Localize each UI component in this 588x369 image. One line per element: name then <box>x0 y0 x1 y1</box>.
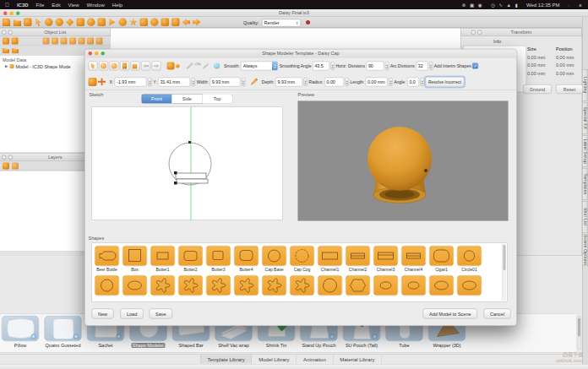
angle-field[interactable]: 0.0 <box>407 77 419 86</box>
tab-side[interactable]: Side <box>172 95 203 104</box>
menu-help[interactable]: Help <box>112 2 122 8</box>
reset-button[interactable]: Reset <box>556 84 583 94</box>
save-button[interactable]: Save <box>150 309 173 319</box>
select-icon[interactable] <box>35 19 43 27</box>
folder-open-icon[interactable] <box>12 47 19 54</box>
smooth-indicator-icon[interactable] <box>214 63 220 69</box>
shape-tile-butter4[interactable]: Butter4 <box>234 246 259 272</box>
shape-tile-cap-cog[interactable]: Cap Cog <box>290 246 314 272</box>
shape-tile-channel4[interactable]: Channel4 <box>401 246 426 272</box>
shape-tile-cigar1[interactable]: Cigar1 <box>429 246 454 272</box>
shape-tile-channel1[interactable]: Channel1 <box>318 246 342 272</box>
obj-tool-1-icon[interactable] <box>43 37 50 44</box>
new-button[interactable]: New <box>92 309 114 319</box>
horiz-divisions-field[interactable]: 90 <box>366 62 384 71</box>
load-button[interactable]: Load <box>121 309 144 319</box>
status-icons-system[interactable]: ◷ ∿ ▲ ▮ <box>491 2 519 8</box>
tab-material-library[interactable]: Material Library <box>333 355 382 363</box>
undo-icon[interactable] <box>182 19 191 27</box>
obj-tool-3-icon[interactable] <box>61 37 68 44</box>
menu-window[interactable]: Window <box>86 2 104 8</box>
text-icon[interactable] <box>140 19 149 27</box>
shape-tile-flower[interactable] <box>178 275 203 296</box>
shape-tile-butter2[interactable]: Butter2 <box>178 246 203 272</box>
shape-tile-ellipse[interactable] <box>429 275 454 296</box>
spotlight-icon[interactable]: ◌ <box>568 3 572 8</box>
obj-tool-6-icon[interactable] <box>87 37 94 44</box>
smoothing-angle-field[interactable]: 43.5 <box>313 62 329 71</box>
obj-tool-5-icon[interactable] <box>79 37 85 44</box>
record-indicator[interactable] <box>306 20 310 24</box>
shape-tile-box[interactable]: Box <box>122 246 147 272</box>
shape-tile-beer-bottle[interactable]: Beer Bottle <box>95 246 119 272</box>
smooth-select[interactable]: Always▲▼ <box>241 62 278 71</box>
tab-template-library[interactable]: Template Library <box>200 355 252 363</box>
ground-button[interactable]: Ground <box>523 84 552 94</box>
shape-tile-flower[interactable] <box>206 275 231 296</box>
mirror-icon[interactable] <box>108 19 117 27</box>
undo-icon[interactable] <box>141 62 150 71</box>
depth-field[interactable]: 9.93 mm <box>275 77 302 86</box>
template-scrollbar[interactable] <box>577 316 581 350</box>
remove-object-icon[interactable] <box>12 37 19 44</box>
shape-tile-butter3[interactable]: Butter3 <box>206 246 231 272</box>
menu-ic3d[interactable]: IC3D <box>17 2 29 8</box>
select-tool-icon[interactable] <box>89 62 98 71</box>
shape-tile-circle01[interactable]: Circle01 <box>457 246 482 272</box>
boolean-icon[interactable] <box>119 19 128 27</box>
orbit-icon[interactable] <box>87 19 95 27</box>
arc-icon[interactable] <box>194 62 201 69</box>
shape-tile-flower[interactable] <box>290 275 314 296</box>
obj-tool-2-icon[interactable] <box>52 37 58 44</box>
add-object-icon[interactable] <box>3 37 9 44</box>
save-icon[interactable] <box>24 19 32 27</box>
crop-icon[interactable] <box>98 19 106 27</box>
add-interim-checkbox[interactable]: ✓ <box>472 63 478 69</box>
tab-lighting[interactable]: Lighting <box>582 69 588 101</box>
tab-top[interactable]: Top <box>203 95 233 104</box>
menu-file[interactable]: File <box>36 2 45 8</box>
resolve-incorrect-button[interactable]: Resolve Incorrect <box>425 77 464 87</box>
add-layer-icon[interactable] <box>3 162 9 169</box>
folder-icon[interactable] <box>3 47 9 54</box>
hand-icon[interactable] <box>150 19 159 27</box>
shape-tile-butter1[interactable]: Butter1 <box>150 246 175 272</box>
shape-tile-cap-base[interactable]: Cap Base <box>262 246 286 272</box>
tab-templates[interactable]: Templates <box>582 168 588 200</box>
zoom-out-icon[interactable] <box>110 62 119 71</box>
shape-tile-ellipse2[interactable] <box>373 275 398 296</box>
sketch-canvas[interactable] <box>92 107 283 220</box>
add-shape-icon[interactable] <box>167 62 175 70</box>
x-field[interactable]: -1.93 mm <box>115 77 147 86</box>
length-field[interactable]: 0.00 mm <box>366 77 388 86</box>
status-icons-apps[interactable]: ⊛ ▣ ◉ <box>462 2 483 8</box>
brush-icon[interactable] <box>203 62 210 69</box>
remove-layer-icon[interactable] <box>12 162 19 169</box>
shape-tile-flower[interactable] <box>150 275 175 296</box>
paint-icon[interactable] <box>250 78 258 85</box>
redo-icon[interactable] <box>193 19 201 27</box>
template-thumb-quatro-gusseted[interactable]: Quatro Gusseted <box>45 316 82 349</box>
disclosure-triangle-icon[interactable]: ▶ <box>5 64 8 68</box>
move-icon[interactable] <box>66 19 74 27</box>
menu-view[interactable]: View <box>68 2 79 8</box>
shape-icon[interactable] <box>89 78 97 86</box>
tab-label-setup[interactable]: Label Setup <box>582 135 588 167</box>
new-document-icon[interactable] <box>3 19 11 27</box>
tab-front[interactable]: Front <box>142 95 172 104</box>
apple-menu-icon[interactable]:  <box>5 2 9 8</box>
shape-tile-hex[interactable] <box>346 275 370 296</box>
rotate-icon[interactable] <box>56 19 64 27</box>
zoom-in-icon[interactable] <box>99 62 108 71</box>
tab-scene-options[interactable]: Scene Options <box>582 234 588 266</box>
control-center-icon[interactable]: ≡ <box>579 3 583 8</box>
pencil-icon[interactable] <box>187 62 193 69</box>
template-thumb-pillow[interactable]: Pillow <box>2 316 39 349</box>
menu-edit[interactable]: Edit <box>52 2 60 8</box>
shape-tile-ellipse[interactable] <box>457 275 482 296</box>
material-icon[interactable] <box>161 19 170 27</box>
shape-tile-flower[interactable] <box>262 275 286 296</box>
crop-tool-icon[interactable] <box>131 62 140 71</box>
node-tool-icon[interactable] <box>120 62 129 71</box>
arc-divisions-field[interactable]: 32 <box>416 62 427 71</box>
